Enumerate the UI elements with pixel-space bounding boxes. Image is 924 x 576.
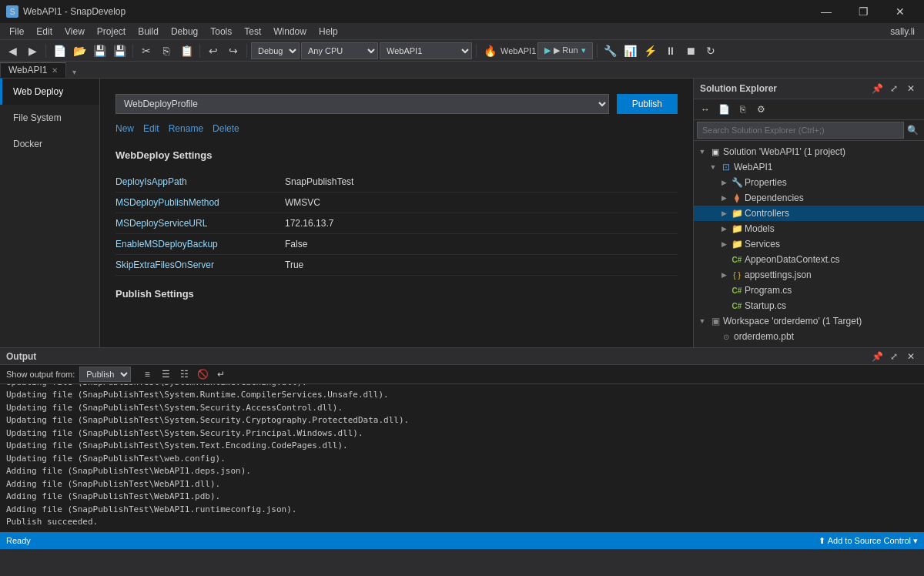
tree-item-solution[interactable]: ▼ ▣ Solution 'WebAPI1' (1 project) [694, 144, 924, 159]
tree-item-program[interactable]: C# Program.cs [694, 283, 924, 298]
menu-build[interactable]: Build [132, 25, 165, 39]
menu-window[interactable]: Window [267, 25, 313, 39]
output-source-select[interactable]: Publish [79, 367, 131, 382]
cut-button[interactable]: ✂ [137, 42, 156, 60]
menu-project[interactable]: Project [91, 25, 132, 39]
tree-item-models[interactable]: ▶ 📁 Models [694, 221, 924, 236]
output-source-label: Show output from: [6, 370, 75, 379]
profile-row: WebDeployProfile Publish [116, 94, 678, 114]
settings-row-2: MSDeployServiceURL 172.16.13.7 [116, 213, 678, 234]
output-line: Adding file (SnapPublishTest\WebAPI1.pdb… [6, 491, 918, 504]
save-button[interactable]: 💾 [90, 42, 109, 60]
tools-btn-1[interactable]: 🔧 [601, 42, 620, 60]
profile-action-new[interactable]: New [116, 123, 134, 134]
dependencies-icon: ⧫ [731, 192, 743, 204]
menu-file[interactable]: File [3, 25, 30, 39]
tree-item-dependencies[interactable]: ▶ ⧫ Dependencies [694, 190, 924, 206]
settings-row-3: EnableMSDeployBackup False [116, 234, 678, 255]
arrow-appsettings: ▶ [718, 271, 729, 279]
tree-item-services[interactable]: ▶ 📁 Services [694, 236, 924, 252]
run-button[interactable]: ▶ ▶ Run ▾ [537, 42, 592, 59]
output-close-button[interactable]: ✕ [904, 350, 918, 363]
tree-item-webapi1[interactable]: ▼ ⊡ WebAPI1 [694, 159, 924, 175]
content-wrapper: WebAPI1 ✕ ▾ Web Deploy File System Docke… [0, 62, 924, 532]
open-button[interactable]: 📂 [70, 42, 89, 60]
tools-btn-5[interactable]: ⏹ [681, 42, 700, 60]
menu-help[interactable]: Help [313, 25, 344, 39]
output-pin-button[interactable]: 📌 [870, 350, 884, 363]
publish-tab-docker[interactable]: Docker [0, 131, 99, 157]
status-source-control[interactable]: ⬆ Add to Source Control ▾ [819, 536, 918, 546]
debug-mode-select[interactable]: Debug [251, 42, 300, 59]
menu-tools[interactable]: Tools [204, 25, 238, 39]
tab-close-webapi1[interactable]: ✕ [52, 66, 58, 75]
publish-tab-file-system[interactable]: File System [0, 105, 99, 131]
menu-edit[interactable]: Edit [30, 25, 59, 39]
output-content: Updating file (SnapPublishTest\System.Di… [0, 384, 924, 532]
settings-key-0: DeployIsAppPath [116, 176, 285, 187]
appeon-label: AppeonDataContext.cs [745, 254, 839, 265]
se-tb-new[interactable]: 📄 [715, 101, 732, 118]
undo-button[interactable]: ↩ [204, 42, 223, 60]
menu-debug[interactable]: Debug [165, 25, 204, 39]
output-btn-3[interactable]: ☷ [176, 367, 192, 382]
publish-button[interactable]: Publish [617, 94, 678, 114]
tab-webapi1[interactable]: WebAPI1 ✕ [0, 62, 66, 78]
paste-button[interactable]: 📋 [177, 42, 196, 60]
profile-select[interactable]: WebDeployProfile [116, 94, 609, 114]
tree-item-appeon[interactable]: C# AppeonDataContext.cs [694, 252, 924, 267]
project-select[interactable]: WebAPI1 [380, 42, 472, 59]
editor-area: Web Deploy File System Docker WebDeployP… [0, 79, 924, 347]
menu-test[interactable]: Test [238, 25, 267, 39]
se-tb-sync[interactable]: ↔ [697, 101, 714, 118]
tab-strip-options[interactable]: ▾ [66, 65, 82, 78]
se-pin-button[interactable]: 📌 [870, 82, 884, 95]
tools-btn-6[interactable]: ↻ [701, 42, 720, 60]
copy-button[interactable]: ⎘ [157, 42, 176, 60]
profile-action-delete[interactable]: Delete [213, 123, 239, 134]
se-expand-button[interactable]: ⤢ [887, 82, 901, 95]
output-toolbar-buttons: ≡ ☰ ☷ 🚫 ↵ [139, 367, 229, 382]
tree-item-orderdemo[interactable]: ⊙ orderdemo.pbt [694, 329, 924, 344]
se-close-button[interactable]: ✕ [904, 82, 918, 95]
tree-item-controllers[interactable]: ▶ 📁 Controllers [694, 206, 924, 221]
menu-view[interactable]: View [59, 25, 91, 39]
output-expand-button[interactable]: ⤢ [887, 350, 901, 363]
close-button[interactable]: ✕ [882, 0, 918, 23]
profile-action-rename[interactable]: Rename [169, 123, 203, 134]
minimize-button[interactable]: — [808, 0, 844, 23]
redo-button[interactable]: ↪ [224, 42, 243, 60]
tree-item-startup[interactable]: C# Startup.cs [694, 298, 924, 313]
se-tb-settings[interactable]: ⚙ [752, 101, 769, 118]
publish-tab-web-deploy[interactable]: Web Deploy [0, 79, 99, 105]
tree-item-workspace[interactable]: ▼ ▣ Workspace 'orderdemo' (1 Target) [694, 313, 924, 329]
settings-row-4: SkipExtraFilesOnServer True [116, 255, 678, 276]
output-clear-button[interactable]: 🚫 [194, 367, 211, 382]
tree-item-appsettings[interactable]: ▶ { } appsettings.json [694, 267, 924, 283]
tools-btn-2[interactable]: 📊 [621, 42, 640, 60]
toolbar-separator-5 [476, 44, 477, 58]
back-button[interactable]: ◀ [3, 42, 22, 60]
tree-item-properties[interactable]: ▶ 🔧 Properties [694, 175, 924, 190]
se-tb-copy[interactable]: ⎘ [734, 101, 751, 118]
solution-explorer-controls: 📌 ⤢ ✕ [870, 82, 918, 95]
save-all-button[interactable]: 💾 [110, 42, 129, 60]
dependencies-label: Dependencies [745, 193, 804, 203]
maximize-button[interactable]: ❐ [845, 0, 881, 23]
output-line: Publish succeeded. [6, 516, 918, 529]
output-wrap-button[interactable]: ↵ [213, 367, 229, 382]
platform-select[interactable]: Any CPU [301, 42, 378, 59]
tools-btn-3[interactable]: ⚡ [641, 42, 660, 60]
solution-explorer-search-button[interactable]: 🔍 [904, 122, 921, 139]
forward-button[interactable]: ▶ [23, 42, 42, 60]
tools-btn-4[interactable]: ⏸ [661, 42, 680, 60]
new-project-button[interactable]: 📄 [50, 42, 69, 60]
solution-explorer-search-input[interactable] [697, 122, 904, 139]
pbt-icon: ⊙ [720, 330, 732, 343]
run-icon: 🔥 [480, 42, 499, 60]
user-name: sally.li [890, 26, 921, 37]
window-controls[interactable]: — ❐ ✕ [808, 0, 918, 23]
output-btn-2[interactable]: ☰ [157, 367, 174, 382]
output-btn-1[interactable]: ≡ [139, 367, 156, 382]
profile-action-edit[interactable]: Edit [143, 123, 159, 134]
